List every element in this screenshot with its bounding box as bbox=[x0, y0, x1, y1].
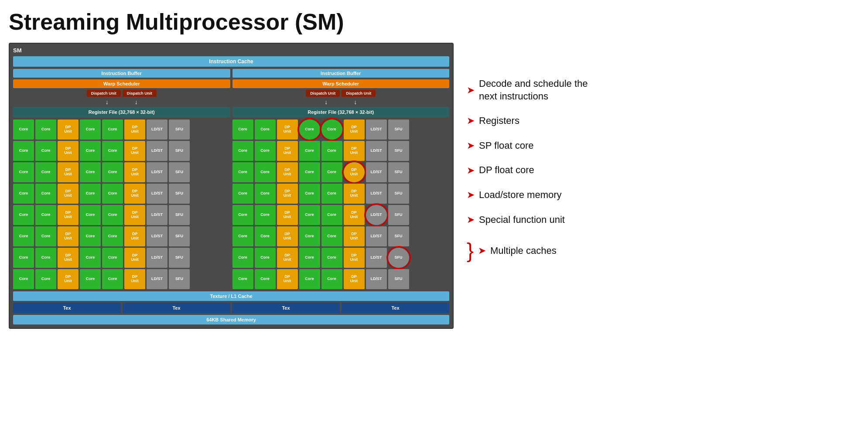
annotation-decode-text: Decode and schedule thenext instructions bbox=[479, 78, 588, 102]
left-r3-core3: Core bbox=[80, 184, 101, 204]
right-r2-core3: Core bbox=[299, 162, 320, 182]
two-halves: Instruction Buffer Warp Scheduler Dispat… bbox=[13, 69, 449, 291]
right-r2-core4: Core bbox=[321, 162, 342, 182]
right-r7-sfu: SFU bbox=[388, 269, 409, 289]
left-r7-sfu: SFU bbox=[169, 269, 190, 289]
left-r4-core4: Core bbox=[102, 205, 123, 225]
right-row-1: Core Core DPUnit Core Core DPUnit LD/ST … bbox=[232, 141, 450, 161]
left-row-5: Core Core DPUnit Core Core DPUnit LD/ST … bbox=[13, 226, 230, 246]
left-r6-core1: Core bbox=[13, 248, 34, 268]
left-r0-ldst: LD/ST bbox=[147, 120, 167, 140]
left-row-6: Core Core DPUnit Core Core DPUnit LD/ST … bbox=[13, 248, 230, 268]
right-row-0: Core Core DPUnit Core Core DPUnit LD/ST … bbox=[232, 120, 450, 140]
right-r5-core1: Core bbox=[232, 226, 253, 246]
right-r1-core2: Core bbox=[255, 141, 276, 161]
right-r4-core1: Core bbox=[232, 205, 253, 225]
annotation-registers: ➤ Registers bbox=[467, 115, 588, 127]
brace-multiple-caches: } ➤ Multiple caches bbox=[467, 240, 588, 261]
tex-unit-3: Tex bbox=[232, 303, 340, 313]
right-r3-ldst: LD/ST bbox=[366, 184, 387, 204]
right-r0-ldst: LD/ST bbox=[366, 120, 387, 140]
arrow-sfu: ➤ bbox=[467, 214, 475, 225]
right-r0-core1: Core bbox=[232, 120, 253, 140]
right-r6-sfu-circled: SFU bbox=[388, 248, 409, 268]
left-r1-core3: Core bbox=[80, 141, 101, 161]
right-r0-core4-circled: Core bbox=[321, 120, 342, 140]
right-r1-sfu: SFU bbox=[388, 141, 409, 161]
left-cores-grid: Core Core DPUnit Core Core DPUnit LD/ST … bbox=[13, 120, 230, 289]
left-r0-core1: Core bbox=[13, 120, 34, 140]
left-r1-ldst: LD/ST bbox=[147, 141, 167, 161]
left-r5-dp2: DPUnit bbox=[124, 226, 145, 246]
left-r2-core1: Core bbox=[13, 162, 34, 182]
right-arrows: ↓↓ bbox=[232, 99, 450, 106]
right-row-5: Core Core DPUnit Core Core DPUnit LD/ST … bbox=[232, 226, 450, 246]
left-register-file: Register File (32,768 × 32-bit) bbox=[13, 107, 230, 117]
right-r2-sfu: SFU bbox=[388, 162, 409, 182]
right-r6-ldst: LD/ST bbox=[366, 248, 387, 268]
left-dispatch-unit-2: Dispatch Unit bbox=[123, 90, 157, 97]
annotation-sfu-text: Special function unit bbox=[479, 214, 565, 226]
right-r6-core1: Core bbox=[232, 248, 253, 268]
left-warp-scheduler: Warp Scheduler bbox=[13, 79, 230, 88]
arrow-decode: ➤ bbox=[467, 85, 475, 96]
right-r1-core1: Core bbox=[232, 141, 253, 161]
left-dispatch-unit-1: Dispatch Unit bbox=[87, 90, 121, 97]
right-r2-ldst: LD/ST bbox=[366, 162, 387, 182]
right-r0-core3-circled: Core bbox=[299, 120, 320, 140]
annotation-sfu: ➤ Special function unit bbox=[467, 214, 588, 226]
left-r6-dp1: DPUnit bbox=[58, 248, 79, 268]
left-r6-dp2: DPUnit bbox=[124, 248, 145, 268]
tex-unit-4: Tex bbox=[342, 303, 449, 313]
right-r6-dp1: DPUnit bbox=[277, 248, 298, 268]
tex-unit-1: Tex bbox=[13, 303, 121, 313]
right-r1-dp2: DPUnit bbox=[344, 141, 365, 161]
page-title: Streaming Multiprocessor (SM) bbox=[9, 9, 859, 35]
left-r2-core4: Core bbox=[102, 162, 123, 182]
left-r5-sfu: SFU bbox=[169, 226, 190, 246]
right-r4-core2: Core bbox=[255, 205, 276, 225]
right-r3-core4: Core bbox=[321, 184, 342, 204]
left-r2-dp1: DPUnit bbox=[58, 162, 79, 182]
right-r2-dp2-circled: DPUnit bbox=[344, 162, 365, 182]
left-row-0: Core Core DPUnit Core Core DPUnit LD/ST … bbox=[13, 120, 230, 140]
left-row-7: Core Core DPUnit Core Core DPUnit LD/ST … bbox=[13, 269, 230, 289]
right-r3-dp1: DPUnit bbox=[277, 184, 298, 204]
left-r1-core2: Core bbox=[35, 141, 56, 161]
left-r3-core1: Core bbox=[13, 184, 34, 204]
right-r3-core1: Core bbox=[232, 184, 253, 204]
left-r6-core4: Core bbox=[102, 248, 123, 268]
right-r6-core2: Core bbox=[255, 248, 276, 268]
left-r3-core2: Core bbox=[35, 184, 56, 204]
left-row-4: Core Core DPUnit Core Core DPUnit LD/ST … bbox=[13, 205, 230, 225]
annotation-caches-text: Multiple caches bbox=[490, 245, 557, 257]
right-r1-dp1: DPUnit bbox=[277, 141, 298, 161]
right-r7-ldst: LD/ST bbox=[366, 269, 387, 289]
left-r1-core4: Core bbox=[102, 141, 123, 161]
arrow-load-store: ➤ bbox=[467, 189, 475, 201]
left-r3-core4: Core bbox=[102, 184, 123, 204]
right-r3-core2: Core bbox=[255, 184, 276, 204]
right-r2-core1: Core bbox=[232, 162, 253, 182]
right-r3-sfu: SFU bbox=[388, 184, 409, 204]
right-row-6: Core Core DPUnit Core Core DPUnit LD/ST … bbox=[232, 248, 450, 268]
left-r7-dp2: DPUnit bbox=[124, 269, 145, 289]
sm-diagram: SM Instruction Cache Instruction Buffer … bbox=[9, 43, 454, 329]
right-register-file: Register File (32,768 × 32-bit) bbox=[232, 107, 450, 117]
arrow-registers: ➤ bbox=[467, 115, 475, 126]
right-r7-core2: Core bbox=[255, 269, 276, 289]
left-r6-core2: Core bbox=[35, 248, 56, 268]
right-r0-sfu: SFU bbox=[388, 120, 409, 140]
left-r5-core3: Core bbox=[80, 226, 101, 246]
right-row-4: Core Core DPUnit Core Core DPUnit LD/ST … bbox=[232, 205, 450, 225]
left-r4-core2: Core bbox=[35, 205, 56, 225]
left-r6-ldst: LD/ST bbox=[147, 248, 167, 268]
tex-row: Tex Tex Tex Tex bbox=[13, 303, 449, 313]
right-r7-dp2: DPUnit bbox=[344, 269, 365, 289]
arrow-caches: ➤ bbox=[478, 245, 486, 256]
right-r5-dp1: DPUnit bbox=[277, 226, 298, 246]
annotation-decode: ➤ Decode and schedule thenext instructio… bbox=[467, 78, 588, 102]
right-row-3: Core Core DPUnit Core Core DPUnit LD/ST … bbox=[232, 184, 450, 204]
right-r4-dp2: DPUnit bbox=[344, 205, 365, 225]
right-r5-dp2: DPUnit bbox=[344, 226, 365, 246]
